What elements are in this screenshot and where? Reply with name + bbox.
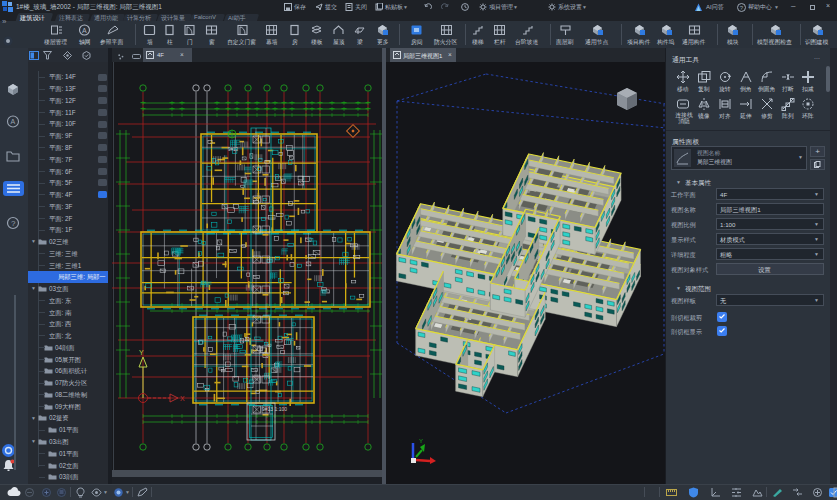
svg-text:A: A bbox=[82, 27, 87, 34]
svg-text:Y: Y bbox=[419, 438, 423, 444]
svg-text:A: A bbox=[11, 118, 16, 125]
svg-text:Y: Y bbox=[139, 349, 144, 356]
svg-text:?: ? bbox=[11, 219, 16, 228]
svg-text:X: X bbox=[180, 395, 185, 402]
svg-text:9#13 1:100: 9#13 1:100 bbox=[262, 406, 287, 412]
svg-text:9#13: 9#13 bbox=[228, 147, 239, 152]
svg-text:?: ? bbox=[740, 4, 744, 10]
